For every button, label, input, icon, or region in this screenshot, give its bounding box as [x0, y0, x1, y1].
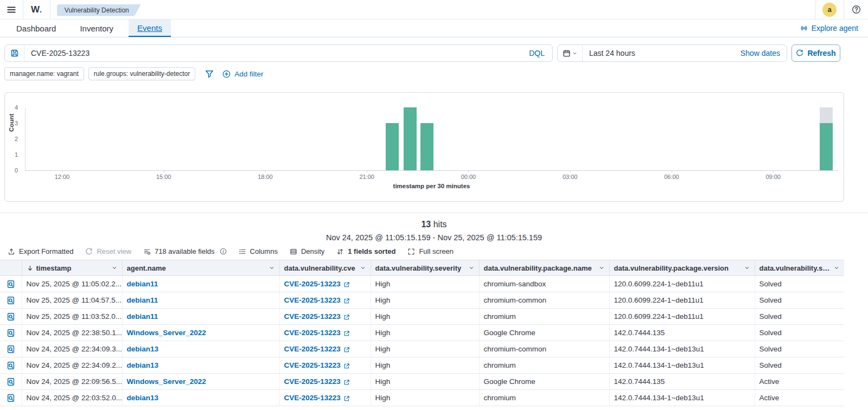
header-timestamp[interactable]: timestamp: [22, 260, 122, 276]
breadcrumb[interactable]: Vulnerability Detection: [57, 4, 141, 16]
cell-agent-name[interactable]: debian13: [122, 341, 279, 357]
x-tick-mark: [164, 170, 164, 172]
time-range-value[interactable]: Last 24 hours: [583, 49, 635, 57]
cell-vulnerability-cve[interactable]: CVE-2025-13223: [279, 374, 371, 390]
density-button[interactable]: Density: [290, 247, 324, 255]
cell-package-version: 120.0.6099.224-1~deb11u1: [609, 276, 755, 292]
cell-agent-name[interactable]: debian11: [122, 309, 279, 325]
wazuh-logo[interactable]: W.: [23, 4, 50, 15]
cell-agent-name[interactable]: debian11: [122, 276, 279, 292]
filter-options-button[interactable]: [205, 69, 214, 78]
cell-timestamp: Nov 24, 2025 @ 22:34:09.2...: [22, 357, 122, 374]
chevron-down-icon[interactable]: [598, 265, 605, 271]
help-button[interactable]: [844, 0, 868, 19]
histogram-bar[interactable]: [420, 123, 433, 170]
expand-document-button[interactable]: [0, 390, 22, 406]
cell-vulnerability-cve[interactable]: CVE-2025-13223: [279, 309, 371, 325]
table-row: Nov 24, 2025 @ 22:34:09.2...debian13CVE-…: [0, 357, 844, 374]
explore-agent-button[interactable]: Explore agent: [800, 20, 868, 37]
x-tick-mark: [62, 170, 62, 172]
cell-severity: High: [371, 325, 479, 341]
filter-pill-rule-groups[interactable]: rule.groups: vulnerability-detector: [88, 67, 195, 80]
info-icon[interactable]: [220, 248, 227, 255]
table-row: Nov 25, 2025 @ 11:04:57.5...debian11CVE-…: [0, 292, 844, 309]
add-filter-button[interactable]: Add filter: [222, 70, 263, 78]
x-tick-label: 06:00: [655, 174, 688, 180]
cell-package-version: 120.0.6099.224-1~deb11u1: [609, 292, 755, 309]
histogram-bar[interactable]: [820, 107, 833, 170]
chevron-down-icon[interactable]: [360, 265, 366, 271]
fullscreen-icon: [407, 248, 415, 255]
x-tick-label: 09:00: [757, 174, 789, 180]
expand-document-button[interactable]: [0, 357, 22, 374]
header-package-name[interactable]: data.vulnerability.package.name: [479, 260, 609, 276]
results-section: 13 hits Nov 24, 2025 @ 11:05:15.159 - No…: [0, 213, 868, 406]
cell-agent-name[interactable]: Windows_Server_2022: [122, 325, 279, 341]
reset-view-button[interactable]: Reset view: [85, 247, 131, 255]
y-tick-label: 3: [15, 120, 18, 126]
histogram-bar[interactable]: [386, 123, 399, 170]
show-dates-button[interactable]: Show dates: [741, 49, 787, 57]
expand-document-button[interactable]: [0, 374, 22, 390]
histogram-bar[interactable]: [404, 107, 417, 170]
cell-agent-name[interactable]: Windows_Server_2022: [122, 374, 279, 390]
y-tick-label: 0: [15, 167, 18, 174]
quick-select-button[interactable]: [558, 45, 583, 61]
external-link-icon: [343, 378, 350, 386]
cell-agent-name[interactable]: debian11: [122, 292, 279, 309]
tab-events[interactable]: Events: [129, 20, 171, 37]
cell-status: Solved: [755, 276, 844, 292]
header-agent-name[interactable]: agent.name: [122, 260, 279, 276]
cell-status: Active: [755, 374, 844, 390]
available-fields-button[interactable]: 718 available fields: [143, 247, 227, 255]
header-vulnerability-cve[interactable]: data.vulnerability.cve: [279, 260, 371, 276]
x-tick-mark: [468, 170, 469, 172]
cell-vulnerability-cve[interactable]: CVE-2025-13223: [279, 292, 371, 309]
header-package-version[interactable]: data.vulnerability.package.version: [609, 260, 755, 276]
plot-area[interactable]: 12:0015:0018:0021:0000:0003:0006:0009:00: [25, 108, 838, 171]
bar-count-segment: [404, 107, 417, 170]
expand-document-button[interactable]: [0, 325, 22, 341]
table-header-row: timestamp agent.name data.vulnerability.…: [0, 260, 844, 276]
cell-vulnerability-cve[interactable]: CVE-2025-13223: [279, 357, 371, 374]
cell-vulnerability-cve[interactable]: CVE-2025-13223: [279, 325, 371, 341]
menu-button[interactable]: [0, 0, 23, 19]
cell-vulnerability-cve[interactable]: CVE-2025-13223: [279, 276, 371, 292]
chevron-down-icon[interactable]: [468, 265, 475, 271]
query-language-button[interactable]: DQL: [521, 49, 552, 57]
header-vulnerability-severity[interactable]: data.vulnerability.severity: [371, 260, 479, 276]
columns-button[interactable]: Columns: [239, 247, 278, 255]
chevron-down-icon[interactable]: [111, 265, 118, 271]
save-query-button[interactable]: [5, 45, 24, 61]
cell-agent-name[interactable]: debian13: [122, 390, 279, 406]
cell-severity: High: [371, 309, 479, 325]
fields-sorted-button[interactable]: 1 fields sorted: [336, 247, 395, 255]
plus-circle-icon: [222, 70, 231, 78]
full-screen-button[interactable]: Full screen: [407, 247, 454, 255]
refresh-button[interactable]: Refresh: [792, 44, 840, 62]
cell-timestamp: Nov 25, 2025 @ 11:04:57.5...: [22, 292, 122, 309]
cell-agent-name[interactable]: debian13: [122, 357, 279, 374]
tab-inventory[interactable]: Inventory: [71, 20, 122, 37]
sort-icon: [336, 248, 344, 255]
cell-vulnerability-cve[interactable]: CVE-2025-13223: [279, 341, 371, 357]
cell-status: Solved: [755, 325, 844, 341]
tab-dashboard[interactable]: Dashboard: [8, 20, 65, 37]
table-row: Nov 24, 2025 @ 22:09:56.5...Windows_Serv…: [0, 374, 844, 390]
expand-document-button[interactable]: [0, 309, 22, 325]
export-formatted-button[interactable]: Export Formatted: [8, 247, 73, 255]
expand-document-button[interactable]: [0, 276, 22, 292]
expand-document-button[interactable]: [0, 341, 22, 357]
cell-status: Active: [755, 390, 844, 406]
cell-package-name: chromium-sandbox: [479, 276, 609, 292]
user-menu-button[interactable]: a: [815, 0, 844, 19]
chevron-down-icon[interactable]: [833, 265, 840, 271]
cell-vulnerability-cve[interactable]: CVE-2025-13223: [279, 390, 371, 406]
query-input[interactable]: CVE-2025-13223: [24, 49, 521, 57]
events-histogram: Count 01234 12:0015:0018:0021:0000:0003:…: [4, 92, 844, 202]
expand-document-button[interactable]: [0, 292, 22, 309]
chevron-down-icon[interactable]: [269, 265, 275, 271]
chevron-down-icon[interactable]: [744, 265, 750, 271]
filter-pill-manager-name[interactable]: manager.name: vagrant: [4, 67, 84, 80]
header-vulnerability-status[interactable]: data.vulnerability.status: [755, 260, 844, 276]
